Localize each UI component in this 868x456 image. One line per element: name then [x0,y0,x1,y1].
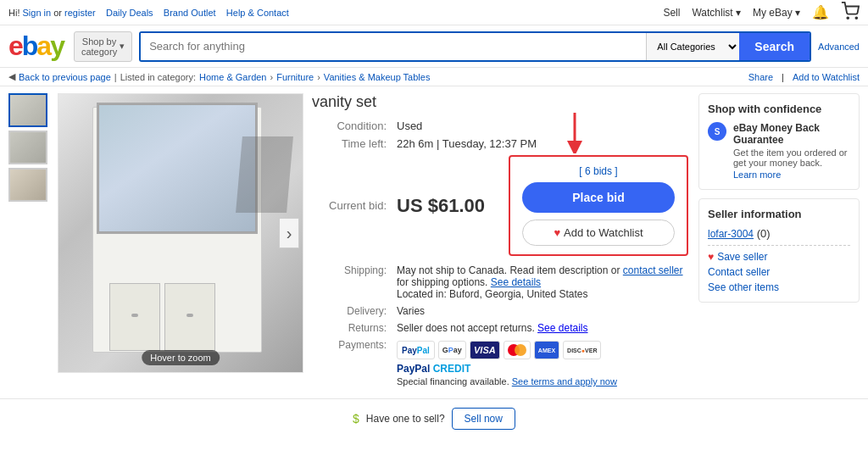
logo-b: b [22,31,37,61]
breadcrumb-arrow-2: › [317,72,320,82]
place-bid-button[interactable]: Place bid [522,182,675,213]
save-seller-heart-icon: ♥ [708,251,714,263]
brand-outlet-link[interactable]: Brand Outlet [164,8,216,18]
breadcrumb-furniture[interactable]: Furniture [276,72,314,82]
help-link[interactable]: Help & Contact [226,8,289,18]
shop-confidence-box: Shop with confidence S eBay Money Back G… [698,93,860,190]
save-seller-link[interactable]: ♥ Save seller [708,251,850,263]
advanced-link[interactable]: Advanced [818,42,860,52]
ebay-logo[interactable]: ebay [8,31,64,62]
cart-button[interactable] [841,2,860,23]
thumbnail-3[interactable] [8,168,47,202]
time-value: 22h 6m | Tuesday, 12:37 PM [397,137,537,150]
google-pay-icon: GPay [438,341,466,359]
svg-point-1 [855,17,857,19]
see-other-items-link[interactable]: See other items [708,281,850,293]
payments-section: PayPal GPay VISA AMEX DISC●VER [397,339,617,386]
my-ebay-link[interactable]: My eBay ▾ [753,7,800,19]
paypal-credit-label: PayPal CREDIT [397,363,617,375]
category-select[interactable]: All Categories [646,33,739,60]
search-button[interactable]: Search [739,33,810,60]
payments-label: Payments: [312,339,397,386]
search-input[interactable] [141,33,646,60]
see-details-returns[interactable]: See details [537,322,587,334]
have-one-text: Have one to sell? [366,413,445,425]
drawer-right [164,283,215,351]
delivery-value: Varies [397,305,425,317]
shipping-text-part1: May not ship to Canada. Read item descri… [397,264,620,276]
returns-text: Seller does not accept returns. See deta… [397,322,587,334]
product-title: vanity set [312,93,690,111]
logo-y: y [50,31,64,61]
main-content: Hover to zoom › vanity set Condition: Us… [0,86,868,398]
bg-object [236,136,293,213]
price-value: US $61.00 [397,195,485,217]
bids-link[interactable]: [ 6 bids ] [522,165,675,177]
logo-e: e [8,31,22,61]
contact-seller-shipping[interactable]: contact seller [623,264,683,276]
special-financing-text: Special financing available. See terms a… [397,376,617,386]
see-details-shipping[interactable]: See details [491,276,541,288]
payments-row: Payments: PayPal GPay VISA [312,339,690,386]
signin-link[interactable]: Sign in [23,8,52,18]
breadcrumb-vanities[interactable]: Vanities & Makeup Tables [324,72,431,82]
top-bar: Hi! Sign in or register Daily Deals Bran… [0,0,868,25]
handle-right [186,314,193,317]
thumbnail-1[interactable] [8,93,47,127]
seller-divider [708,245,850,246]
back-arrow-icon: ◀ [8,71,15,82]
guarantee-text: Get the item you ordered or get your mon… [733,147,850,168]
breadcrumb-arrow-1: › [270,72,273,82]
time-row: Time left: 22h 6m | Tuesday, 12:37 PM [312,137,690,150]
search-bar: All Categories Search [139,31,811,62]
shop-by-category-button[interactable]: Shop bycategory ▾ [74,31,132,62]
listed-in-text: Listed in category: [120,72,196,82]
add-watchlist-button[interactable]: ♥ Add to Watchlist [522,220,675,246]
bid-box: [ 6 bids ] Place bid ♥ Add to Watchlist [509,155,688,256]
drawer-left [109,283,160,351]
chevron-down-icon: ▾ [120,41,125,52]
handle-left [131,314,138,317]
cart-icon [841,2,860,20]
greeting: Hi! [8,8,19,18]
header: ebay Shop bycategory ▾ All Categories Se… [0,25,868,68]
see-terms-link[interactable]: See terms and apply now [512,376,617,386]
seller-score: (0) [757,227,771,240]
register-link[interactable]: register [64,8,96,18]
hover-zoom-label: Hover to zoom [142,350,220,365]
seller-info-title: Seller information [708,208,850,220]
bid-section: [ 6 bids ] Place bid ♥ Add to Watchlist [498,155,688,256]
condition-label: Condition: [312,120,397,132]
discover-icon: DISC●VER [563,341,601,359]
sell-now-button[interactable]: Sell now [452,408,515,430]
breadcrumb-home-garden[interactable]: Home & Garden [199,72,266,82]
guarantee-info: eBay Money Back Guarantee Get the item y… [733,122,850,181]
breadcrumb-separator: | [114,72,117,82]
back-link[interactable]: Back to previous page [19,72,111,82]
product-image-bg [58,94,303,372]
daily-deals-link[interactable]: Daily Deals [106,8,153,18]
share-link[interactable]: Share [748,72,773,82]
breadcrumb-left: ◀ Back to previous page | Listed in cate… [8,71,430,82]
seller-name-row: lofar-3004 (0) [708,227,850,240]
thumbnail-2[interactable] [8,131,47,164]
add-watchlist-breadcrumb[interactable]: Add to Watchlist [793,72,860,82]
guarantee-row: S eBay Money Back Guarantee Get the item… [708,122,850,181]
seller-name-link[interactable]: lofar-3004 [708,228,754,240]
shop-cat-label: Shop bycategory [81,36,117,57]
shield-letter: S [715,127,721,136]
watchlist-link[interactable]: Watchlist ▾ [692,7,741,19]
shipping-label: Shipping: [312,264,397,300]
condition-value: Used [397,120,422,132]
contact-seller-link[interactable]: Contact seller [708,266,850,278]
seller-links: ♥ Save seller Contact seller See other i… [708,251,850,293]
image-next-arrow[interactable]: › [279,218,299,248]
learn-more-link[interactable]: Learn more [733,170,781,180]
logo-a: a [36,31,50,61]
delivery-row: Delivery: Varies [312,305,690,317]
notifications-bell[interactable]: 🔔 [812,4,829,20]
time-label: Time left: [312,137,397,150]
top-bar-left: Hi! Sign in or register Daily Deals Bran… [8,8,289,18]
sell-link[interactable]: Sell [663,7,680,19]
product-info: vanity set Condition: Used Time left: 22… [312,93,690,392]
